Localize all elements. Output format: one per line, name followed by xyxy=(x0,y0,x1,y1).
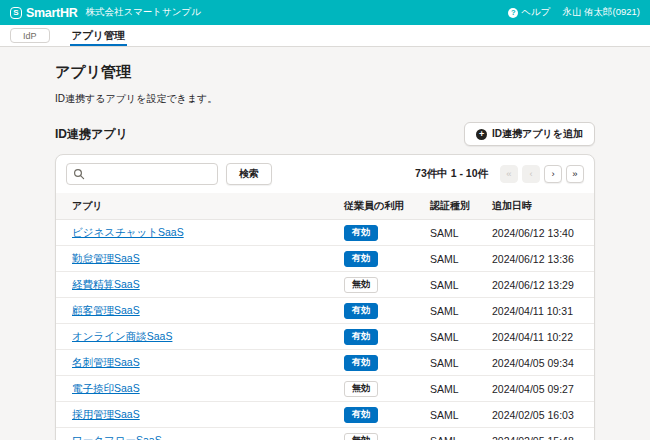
result-count: 73件中 1 - 10件 xyxy=(415,167,488,181)
app-link[interactable]: ワークフローSaaS xyxy=(72,434,162,440)
top-pager: «‹›» xyxy=(500,165,584,183)
page-title: アプリ管理 xyxy=(55,63,595,82)
date-cell: 2024/06/12 13:36 xyxy=(484,246,594,272)
table-row: 経費精算SaaS無効SAML2024/06/12 13:29 xyxy=(56,272,594,298)
auth-cell: SAML xyxy=(422,428,484,440)
app-cell: 顧客管理SaaS xyxy=(56,298,336,324)
search-button[interactable]: 検索 xyxy=(226,163,272,185)
use-cell: 無効 xyxy=(336,272,422,298)
section-title: ID連携アプリ xyxy=(55,126,128,143)
status-badge: 有効 xyxy=(344,225,378,241)
main-content: アプリ管理 ID連携するアプリを設定できます。 ID連携アプリ + ID連携アプ… xyxy=(0,47,650,440)
status-badge: 無効 xyxy=(344,433,378,440)
app-cell: 採用管理SaaS xyxy=(56,402,336,428)
app-cell: ワークフローSaaS xyxy=(56,428,336,440)
search-icon xyxy=(73,168,85,180)
use-cell: 有効 xyxy=(336,402,422,428)
auth-cell: SAML xyxy=(422,324,484,350)
auth-cell: SAML xyxy=(422,220,484,246)
table-row: 名刺管理SaaS有効SAML2024/04/05 09:34 xyxy=(56,350,594,376)
auth-cell: SAML xyxy=(422,272,484,298)
app-cell: オンライン商談SaaS xyxy=(56,324,336,350)
user-menu[interactable]: 永山 侑太郎(0921) xyxy=(562,6,640,19)
table-row: 顧客管理SaaS有効SAML2024/04/11 10:31 xyxy=(56,298,594,324)
last-page-button[interactable]: » xyxy=(566,165,584,183)
date-cell: 2024/02/05 16:03 xyxy=(484,402,594,428)
date-cell: 2024/04/11 10:31 xyxy=(484,298,594,324)
app-link[interactable]: 経費精算SaaS xyxy=(72,278,140,290)
app-link[interactable]: 顧客管理SaaS xyxy=(72,304,140,316)
use-cell: 有効 xyxy=(336,220,422,246)
auth-cell: SAML xyxy=(422,376,484,402)
auth-cell: SAML xyxy=(422,246,484,272)
prev-page-button[interactable]: ‹ xyxy=(522,165,540,183)
card-toolbar: 検索 73件中 1 - 10件 «‹›» xyxy=(56,155,594,193)
smarthr-logo-icon: S xyxy=(10,7,22,19)
app-table-body: ビジネスチャットSaaS有効SAML2024/06/12 13:40勤怠管理Sa… xyxy=(56,220,594,440)
status-badge: 無効 xyxy=(344,277,378,293)
global-header: S SmartHR 株式会社スマートサンプル ? ヘルプ 永山 侑太郎(0921… xyxy=(0,0,650,25)
add-app-button[interactable]: + ID連携アプリを追加 xyxy=(464,122,595,146)
date-cell: 2024/02/05 15:48 xyxy=(484,428,594,440)
column-header-use: 従業員の利用 xyxy=(336,193,422,220)
use-cell: 有効 xyxy=(336,246,422,272)
table-row: オンライン商談SaaS有効SAML2024/04/11 10:22 xyxy=(56,324,594,350)
company-name: 株式会社スマートサンプル xyxy=(85,6,201,19)
app-link[interactable]: 勤怠管理SaaS xyxy=(72,252,140,264)
help-link[interactable]: ? ヘルプ xyxy=(508,6,550,19)
date-cell: 2024/04/05 09:27 xyxy=(484,376,594,402)
app-link[interactable]: オンライン商談SaaS xyxy=(72,330,172,342)
smarthr-logo-text: SmartHR xyxy=(26,6,77,20)
tab-app-management-label: アプリ管理 xyxy=(72,29,125,43)
app-link[interactable]: ビジネスチャットSaaS xyxy=(72,226,184,238)
status-badge: 有効 xyxy=(344,355,378,371)
plus-circle-icon: + xyxy=(476,129,487,140)
next-page-button[interactable]: › xyxy=(544,165,562,183)
table-row: 電子捺印SaaS無効SAML2024/04/05 09:27 xyxy=(56,376,594,402)
use-cell: 無効 xyxy=(336,428,422,440)
use-cell: 無効 xyxy=(336,376,422,402)
app-link[interactable]: 電子捺印SaaS xyxy=(72,382,140,394)
use-cell: 有効 xyxy=(336,350,422,376)
idp-switch-button[interactable]: IdP xyxy=(10,28,50,43)
search-input[interactable] xyxy=(66,163,218,185)
app-list-card: 検索 73件中 1 - 10件 «‹›» アプリ 従業員の利用 認証種別 追加日… xyxy=(55,154,595,440)
date-cell: 2024/04/11 10:22 xyxy=(484,324,594,350)
column-header-auth: 認証種別 xyxy=(422,193,484,220)
auth-cell: SAML xyxy=(422,350,484,376)
app-cell: 電子捺印SaaS xyxy=(56,376,336,402)
help-icon: ? xyxy=(508,8,518,18)
app-cell: 勤怠管理SaaS xyxy=(56,246,336,272)
app-cell: 名刺管理SaaS xyxy=(56,350,336,376)
help-label: ヘルプ xyxy=(521,6,550,19)
use-cell: 有効 xyxy=(336,298,422,324)
tab-bar: IdP アプリ管理 xyxy=(0,25,650,47)
app-cell: 経費精算SaaS xyxy=(56,272,336,298)
table-row: 勤怠管理SaaS有効SAML2024/06/12 13:36 xyxy=(56,246,594,272)
status-badge: 有効 xyxy=(344,329,378,345)
first-page-button[interactable]: « xyxy=(500,165,518,183)
auth-cell: SAML xyxy=(422,402,484,428)
auth-cell: SAML xyxy=(422,298,484,324)
table-header-row: アプリ 従業員の利用 認証種別 追加日時 xyxy=(56,193,594,220)
add-app-button-label: ID連携アプリを追加 xyxy=(492,127,583,141)
table-row: ビジネスチャットSaaS有効SAML2024/06/12 13:40 xyxy=(56,220,594,246)
status-badge: 無効 xyxy=(344,381,378,397)
app-table: アプリ 従業員の利用 認証種別 追加日時 ビジネスチャットSaaS有効SAML2… xyxy=(56,193,594,440)
status-badge: 有効 xyxy=(344,303,378,319)
active-tab-indicator xyxy=(70,44,127,47)
use-cell: 有効 xyxy=(336,324,422,350)
date-cell: 2024/06/12 13:40 xyxy=(484,220,594,246)
column-header-app: アプリ xyxy=(56,193,336,220)
page-description: ID連携するアプリを設定できます。 xyxy=(55,92,595,106)
date-cell: 2024/06/12 13:29 xyxy=(484,272,594,298)
table-row: ワークフローSaaS無効SAML2024/02/05 15:48 xyxy=(56,428,594,440)
smarthr-logo[interactable]: S SmartHR xyxy=(10,6,77,20)
tab-app-management[interactable]: アプリ管理 xyxy=(70,25,127,46)
status-badge: 有効 xyxy=(344,407,378,423)
column-header-date: 追加日時 xyxy=(484,193,594,220)
app-link[interactable]: 採用管理SaaS xyxy=(72,408,140,420)
status-badge: 有効 xyxy=(344,251,378,267)
app-link[interactable]: 名刺管理SaaS xyxy=(72,356,140,368)
app-cell: ビジネスチャットSaaS xyxy=(56,220,336,246)
